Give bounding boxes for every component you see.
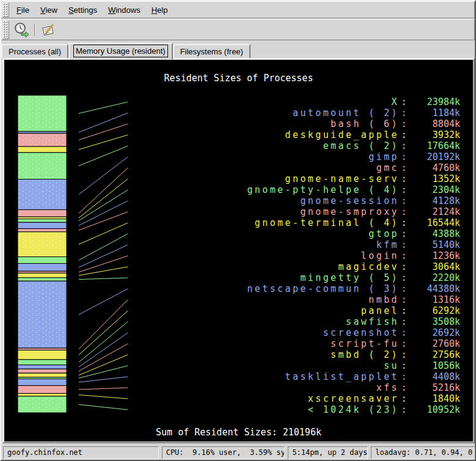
process-name: gnome-name-serv <box>175 173 399 184</box>
process-name: sawfish <box>175 316 399 327</box>
legend-line <box>79 102 128 114</box>
process-resident-size: 4388k <box>409 228 460 239</box>
process-row: mingetty ( 5):2220k <box>175 272 460 283</box>
legend-line <box>79 190 128 220</box>
process-name: gnome-session <box>175 195 399 206</box>
process-row: gtop:4388k <box>175 228 460 239</box>
tab-filesystems[interactable]: Filesystems (free) <box>173 44 251 58</box>
process-name: screenshot <box>175 327 399 338</box>
legend-line <box>79 179 128 218</box>
colon-separator: : <box>399 140 409 151</box>
colon-separator: : <box>399 195 409 206</box>
edit-note-button[interactable] <box>39 21 57 38</box>
process-row: automount ( 2):1184k <box>175 107 460 118</box>
process-row: deskguide_apple:3932k <box>175 129 460 140</box>
tab-memory-usage-label: Memory Usage (resident) <box>73 45 168 57</box>
colon-separator: : <box>399 118 409 129</box>
status-loadavg: loadavg: 0.71, 0.94, 0.98 <box>371 446 475 459</box>
menu-windows[interactable]: Windows <box>103 3 146 17</box>
colon-separator: : <box>399 96 409 107</box>
process-resident-size: 3508k <box>409 316 460 327</box>
colon-separator: : <box>399 228 409 239</box>
bar-segment <box>18 147 67 153</box>
timer-clock-icon <box>13 22 29 38</box>
legend-line <box>79 377 128 382</box>
menu-view[interactable]: View <box>35 3 63 17</box>
process-resident-size: 16544k <box>409 217 460 228</box>
colon-separator: : <box>399 283 409 294</box>
bar-segment <box>18 386 67 394</box>
colon-separator: : <box>399 305 409 316</box>
colon-separator: : <box>399 151 409 162</box>
process-name: netscape-commun ( 3) <box>175 283 399 294</box>
process-name: script-fu <box>175 338 399 349</box>
colon-separator: : <box>399 338 409 349</box>
process-name: gimp <box>175 151 399 162</box>
process-name: automount ( 2) <box>175 107 399 118</box>
bar-segment <box>18 393 67 396</box>
bar-segment-stipple <box>19 234 65 255</box>
process-row: gnome-pty-helpe ( 4):2304k <box>175 184 460 195</box>
process-name: tasklist_applet <box>175 371 399 382</box>
process-resident-size: 44380k <box>409 283 460 294</box>
process-name: deskguide_apple <box>175 129 399 140</box>
process-row: smbd ( 2):2756k <box>175 349 460 360</box>
process-resident-size: 17664k <box>409 140 460 151</box>
process-row: magicdev:3064k <box>175 261 460 272</box>
bar-segment <box>18 131 67 133</box>
bar-segment <box>18 360 67 365</box>
bar-segment <box>18 222 67 228</box>
gtop-window: File View Settings Windows Help <box>0 0 476 461</box>
bar-segment <box>18 365 67 369</box>
colon-separator: : <box>399 272 409 283</box>
menu-settings[interactable]: Settings <box>63 3 103 17</box>
colon-separator: : <box>399 371 409 382</box>
process-row: gnome-session:4128k <box>175 195 460 206</box>
edit-note-icon <box>40 22 56 38</box>
process-name: gnome-smproxy <box>175 206 399 217</box>
colon-separator: : <box>399 382 409 393</box>
menu-file[interactable]: File <box>11 3 35 17</box>
tab-processes-label: Processes (all) <box>6 45 64 58</box>
menubar-drag-handle[interactable] <box>2 2 9 17</box>
process-resident-size: 1352k <box>409 173 460 184</box>
process-name: X <box>175 96 399 107</box>
process-row: < 1024k (23):10952k <box>175 404 460 415</box>
process-row: emacs ( 2):17664k <box>175 140 460 151</box>
colon-separator: : <box>399 316 409 327</box>
process-name: xfs <box>175 382 399 393</box>
toolbar-drag-handle[interactable] <box>2 20 9 39</box>
process-resident-size: 2692k <box>409 327 460 338</box>
menu-help[interactable]: Help <box>146 3 174 17</box>
process-row: login:1236k <box>175 250 460 261</box>
process-resident-size: 5216k <box>409 382 460 393</box>
colon-separator: : <box>399 217 409 228</box>
process-row: netscape-commun ( 3):44380k <box>175 283 460 294</box>
bar-segment-stipple <box>19 398 65 411</box>
bar-segment <box>18 229 67 232</box>
tab-processes[interactable]: Processes (all) <box>1 44 68 58</box>
bar-segment-stipple <box>19 97 65 129</box>
legend-line <box>79 124 128 140</box>
bar-segment <box>18 264 67 272</box>
process-row: gimp:20192k <box>175 151 460 162</box>
colon-separator: : <box>399 360 409 371</box>
process-name: nmbd <box>175 294 399 305</box>
bar-segment <box>18 373 67 377</box>
process-name: xscreensaver <box>175 393 399 404</box>
legend-line <box>79 289 128 314</box>
bar-segment <box>18 209 67 217</box>
toolbar-separator <box>34 24 35 36</box>
legend-line <box>79 311 128 355</box>
process-row: gmc:4760k <box>175 162 460 173</box>
process-row: gnome-terminal ( 4):16544k <box>175 217 460 228</box>
process-resident-size: 6292k <box>409 305 460 316</box>
timer-clock-button[interactable] <box>12 21 31 38</box>
process-resident-size: 10952k <box>409 404 460 415</box>
process-name: gmc <box>175 162 399 173</box>
bar-segment <box>18 379 67 386</box>
colon-separator: : <box>399 404 409 415</box>
bar-segment <box>18 350 67 360</box>
process-name: gnome-terminal ( 4) <box>175 217 399 228</box>
tab-memory-usage[interactable]: Memory Usage (resident) <box>68 43 173 59</box>
